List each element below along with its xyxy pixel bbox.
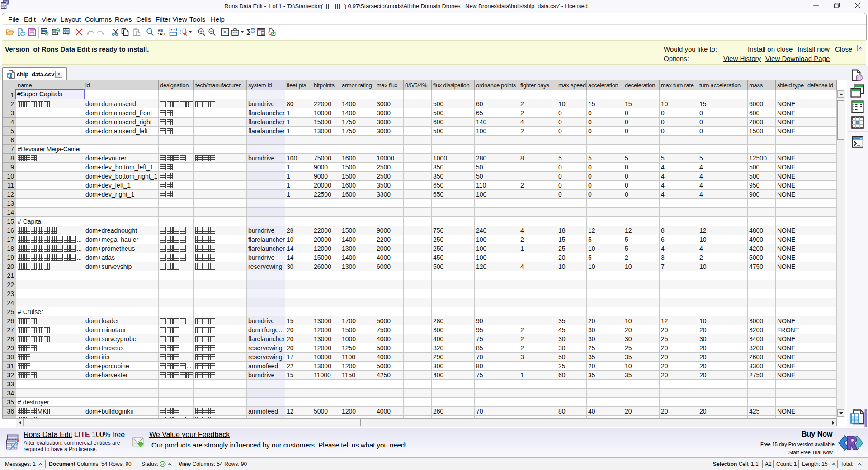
- svg-text:B: B: [160, 28, 163, 33]
- svg-text:A: A: [158, 28, 160, 33]
- svg-text:C: C: [162, 32, 165, 36]
